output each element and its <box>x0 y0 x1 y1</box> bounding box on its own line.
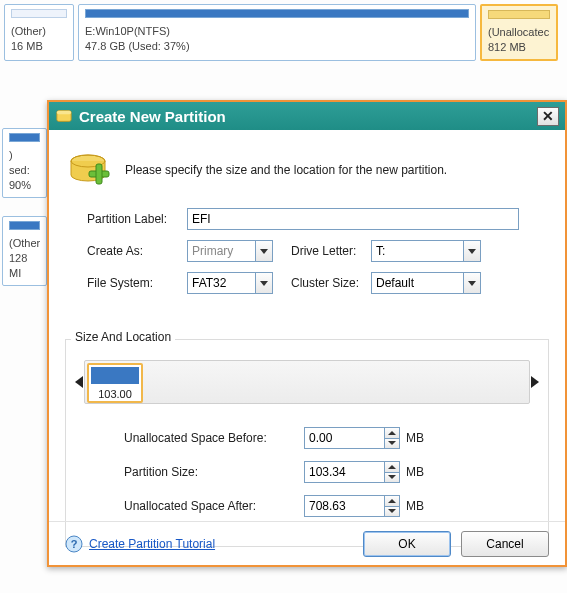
space-before-spinner[interactable] <box>304 427 400 449</box>
new-partition-icon <box>65 147 111 193</box>
resize-handle-left-icon[interactable] <box>75 376 83 388</box>
partition-title: E:Win10P(NTFS) <box>85 24 469 39</box>
drive-letter-combo[interactable] <box>371 240 481 262</box>
space-before-label: Unallocated Space Before: <box>124 431 304 445</box>
titlebar[interactable]: Create New Partition ✕ <box>49 102 565 130</box>
partition-size-spinner[interactable] <box>304 461 400 483</box>
partition-title: (Other <box>9 236 40 251</box>
partition-title: (Unallocatec <box>488 25 550 40</box>
disk-map-row-3: (Other 128 MI <box>0 216 47 286</box>
chevron-down-icon[interactable] <box>463 240 481 262</box>
dialog-footer: ? Create Partition Tutorial OK Cancel <box>49 521 565 565</box>
partition-e-win10p[interactable]: E:Win10P(NTFS) 47.8 GB (Used: 37%) <box>78 4 476 61</box>
cluster-size-value <box>371 272 463 294</box>
cancel-button[interactable]: Cancel <box>461 531 549 557</box>
chevron-down-icon[interactable] <box>255 272 273 294</box>
svg-rect-5 <box>96 164 102 184</box>
partition-size: sed: 90% <box>9 163 40 193</box>
create-as-value <box>187 240 255 262</box>
partition-title: ) <box>9 148 40 163</box>
partition-bar <box>85 9 469 18</box>
partition-size-label: Partition Size: <box>124 465 304 479</box>
spin-down-icon[interactable] <box>384 507 400 518</box>
partition-clip[interactable]: ) sed: 90% <box>2 128 47 198</box>
spin-up-icon[interactable] <box>384 427 400 439</box>
partition-size-input[interactable] <box>304 461 384 483</box>
dialog-title: Create New Partition <box>79 108 537 125</box>
create-as-label: Create As: <box>87 244 187 258</box>
ok-button[interactable]: OK <box>363 531 451 557</box>
partition-block-fill <box>91 367 139 384</box>
partition-label-label: Partition Label: <box>87 212 187 226</box>
unit-label: MB <box>406 499 424 513</box>
partition-bar <box>488 10 550 19</box>
spin-up-icon[interactable] <box>384 495 400 507</box>
partition-size: 16 MB <box>11 39 67 54</box>
drive-letter-value <box>371 240 463 262</box>
resize-handle-right-icon[interactable] <box>531 376 539 388</box>
partition-bar <box>11 9 67 18</box>
create-as-combo[interactable] <box>187 240 273 262</box>
unit-label: MB <box>406 465 424 479</box>
file-system-combo[interactable] <box>187 272 273 294</box>
close-icon: ✕ <box>542 108 554 124</box>
chevron-down-icon[interactable] <box>255 240 273 262</box>
partition-bar <box>9 221 40 230</box>
file-system-value <box>187 272 255 294</box>
partition-label-input[interactable] <box>187 208 519 230</box>
space-after-spinner[interactable] <box>304 495 400 517</box>
file-system-label: File System: <box>87 276 187 290</box>
space-after-label: Unallocated Space After: <box>124 499 304 513</box>
partition-title: (Other) <box>11 24 67 39</box>
cluster-size-combo[interactable] <box>371 272 481 294</box>
unit-label: MB <box>406 431 424 445</box>
size-location-group: 103.00 Unallocated Space Before: MB Part… <box>65 339 549 547</box>
spin-down-icon[interactable] <box>384 473 400 484</box>
space-after-input[interactable] <box>304 495 384 517</box>
svg-text:?: ? <box>71 538 78 550</box>
size-location-label: Size And Location <box>71 330 175 344</box>
partition-block[interactable]: 103.00 <box>87 363 143 403</box>
partition-block-caption: 103.00 <box>89 388 141 400</box>
intro-text: Please specify the size and the location… <box>125 163 447 177</box>
partition-unallocated[interactable]: (Unallocatec 812 MB <box>480 4 558 61</box>
cluster-size-label: Cluster Size: <box>291 276 371 290</box>
space-before-input[interactable] <box>304 427 384 449</box>
partition-bar <box>9 133 40 142</box>
partition-size: 128 MI <box>9 251 40 281</box>
chevron-down-icon[interactable] <box>463 272 481 294</box>
drive-letter-label: Drive Letter: <box>291 244 371 258</box>
size-visualizer[interactable]: 103.00 <box>84 360 530 404</box>
help-icon[interactable]: ? <box>65 535 83 553</box>
disk-map-row-2: ) sed: 90% <box>0 128 47 198</box>
spin-down-icon[interactable] <box>384 439 400 450</box>
disk-map-row: (Other) 16 MB E:Win10P(NTFS) 47.8 GB (Us… <box>0 0 562 65</box>
tutorial-link[interactable]: Create Partition Tutorial <box>89 537 215 551</box>
spin-up-icon[interactable] <box>384 461 400 473</box>
partition-other-128[interactable]: (Other 128 MI <box>2 216 47 286</box>
partition-size: 47.8 GB (Used: 37%) <box>85 39 469 54</box>
close-button[interactable]: ✕ <box>537 107 559 126</box>
create-partition-dialog: Create New Partition ✕ Please specify th… <box>47 100 567 567</box>
app-icon <box>55 107 73 125</box>
partition-size: 812 MB <box>488 40 550 55</box>
partition-other[interactable]: (Other) 16 MB <box>4 4 74 61</box>
svg-rect-1 <box>57 111 71 115</box>
